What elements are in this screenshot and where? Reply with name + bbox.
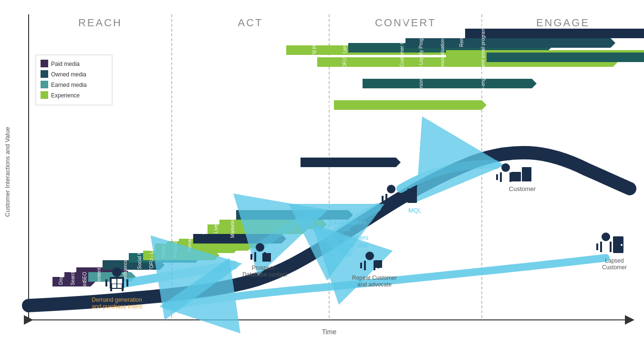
svg-text:and advocate: and advocate bbox=[357, 281, 392, 288]
svg-text:BOFU - Landing page: BOFU - Landing page bbox=[342, 24, 347, 71]
svg-text:Display: Display bbox=[58, 269, 63, 285]
svg-text:Customer Onboarding: Customer Onboarding bbox=[399, 20, 405, 66]
phase-convert: CONVERT bbox=[375, 17, 436, 29]
svg-marker-41 bbox=[236, 210, 353, 220]
svg-text:SEO: SEO bbox=[82, 272, 87, 282]
svg-rect-99 bbox=[511, 172, 521, 181]
svg-text:CRO: CRO bbox=[201, 224, 207, 234]
svg-point-107 bbox=[602, 233, 610, 241]
svg-text:Personalisation: Personalisation bbox=[440, 39, 445, 71]
phase-act: ACT bbox=[238, 17, 263, 29]
svg-point-77 bbox=[256, 243, 264, 252]
svg-text:Social Media: Social Media bbox=[137, 242, 142, 269]
svg-point-101 bbox=[501, 163, 510, 172]
svg-text:Personalized Loyalty Program: Personalized Loyalty Program bbox=[418, 30, 424, 94]
svg-marker-45 bbox=[301, 158, 401, 167]
svg-marker-61 bbox=[465, 29, 644, 38]
lead-nurture-label: Lead Nurture bbox=[330, 219, 366, 226]
svg-marker-53 bbox=[363, 79, 537, 88]
repeat-customer-label: Repeat Customer bbox=[352, 275, 397, 281]
svg-text:Engage others: Engage others bbox=[328, 234, 369, 241]
svg-text:Content Marketing: Content Marketing bbox=[96, 245, 102, 285]
prospect-label: Prospect - bbox=[252, 265, 278, 271]
svg-rect-68 bbox=[112, 284, 116, 288]
svg-text:Home page: Home page bbox=[161, 233, 166, 258]
svg-text:Remarketing: Remarketing bbox=[459, 20, 464, 47]
svg-text:Earned media: Earned media bbox=[51, 82, 87, 88]
x-axis-label: Time bbox=[322, 328, 337, 336]
svg-rect-11 bbox=[41, 81, 48, 88]
svg-text:Re-engagement email programme: Re-engagement email programme bbox=[480, 21, 486, 94]
svg-marker-49 bbox=[334, 100, 487, 110]
svg-text:Personalisation: Personalisation bbox=[280, 34, 285, 66]
svg-marker-63 bbox=[487, 53, 644, 62]
svg-rect-9 bbox=[41, 70, 48, 78]
lapsed-customer-label: Lapsed bbox=[605, 257, 623, 264]
svg-text:Remarketing: Remarketing bbox=[294, 149, 300, 176]
svg-text:Database contact: Database contact bbox=[242, 271, 287, 278]
svg-point-70 bbox=[112, 267, 122, 277]
svg-text:Product page: Product page bbox=[173, 229, 178, 258]
svg-text:Owned media: Owned media bbox=[51, 71, 86, 78]
svg-text:MOFU - Landing page: MOFU - Landing page bbox=[311, 38, 316, 85]
svg-text:CRO: CRO bbox=[328, 100, 333, 110]
y-axis-label: Customer Interactions and Value bbox=[4, 127, 11, 217]
svg-text:Livechat: Livechat bbox=[213, 215, 218, 233]
mql-label: MQL bbox=[408, 207, 422, 214]
svg-rect-66 bbox=[112, 279, 116, 284]
svg-rect-86 bbox=[397, 193, 406, 203]
svg-text:TOFU - Landing page: TOFU - Landing page bbox=[149, 225, 154, 271]
svg-text:Paid media: Paid media bbox=[51, 61, 80, 67]
svg-rect-69 bbox=[117, 284, 122, 288]
svg-rect-67 bbox=[117, 279, 122, 284]
svg-text:and purchase intent: and purchase intent bbox=[92, 303, 142, 310]
phase-engage: ENGAGE bbox=[536, 17, 590, 29]
phase-reach: REACH bbox=[78, 17, 122, 29]
svg-text:Customer: Customer bbox=[602, 264, 627, 271]
svg-rect-7 bbox=[41, 60, 48, 67]
svg-text:Marketing Automation: Marketing Automation bbox=[230, 192, 235, 238]
svg-point-106 bbox=[621, 244, 623, 246]
svg-text:Sales calls: Sales calls bbox=[356, 72, 362, 95]
svg-marker-55 bbox=[405, 38, 615, 48]
demand-gen-label: Demand generation bbox=[92, 297, 142, 303]
svg-point-88 bbox=[387, 185, 395, 193]
svg-rect-76 bbox=[262, 253, 271, 262]
svg-point-93 bbox=[365, 252, 374, 260]
svg-text:Influencer Outreach: Influencer Outreach bbox=[123, 237, 128, 279]
svg-marker-39 bbox=[219, 220, 327, 229]
svg-rect-100 bbox=[522, 167, 531, 181]
customer-label: Customer bbox=[509, 185, 536, 192]
svg-text:in Buying Unit: in Buying Unit bbox=[329, 242, 368, 249]
svg-text:+: + bbox=[346, 226, 350, 233]
svg-rect-13 bbox=[41, 91, 48, 99]
svg-rect-87 bbox=[407, 189, 417, 203]
svg-text:Experience: Experience bbox=[51, 92, 80, 99]
svg-text:Remarketing: Remarketing bbox=[187, 225, 192, 253]
chart-container: Customer Interactions and Value Time REA… bbox=[0, 0, 644, 339]
svg-text:Search PPC: Search PPC bbox=[70, 259, 75, 285]
